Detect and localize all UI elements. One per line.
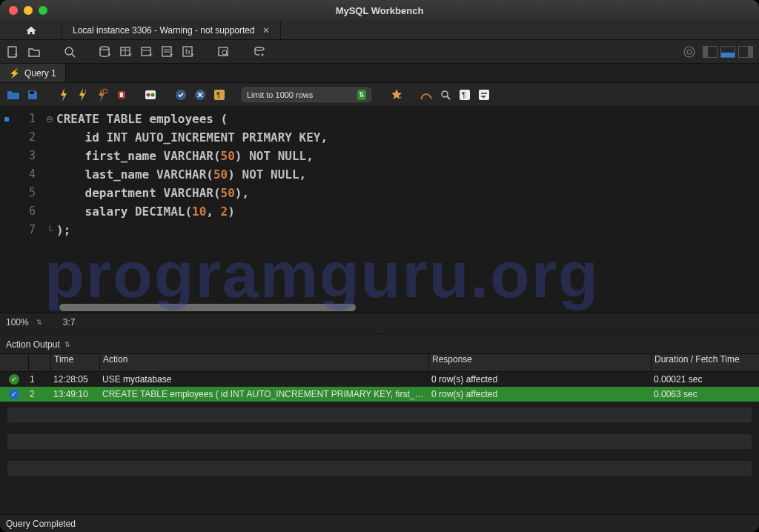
output-selector[interactable]: Action Output ⇅ <box>0 335 759 354</box>
connection-tab-label: Local instance 3306 - Warning - not supp… <box>73 25 255 36</box>
svg-point-24 <box>684 47 695 57</box>
toggle-invisible-icon[interactable]: ¶ <box>457 87 472 102</box>
svg-point-2 <box>65 47 73 55</box>
settings-icon[interactable] <box>682 44 697 59</box>
svg-line-40 <box>447 96 450 99</box>
new-sql-tab-icon[interactable]: + <box>6 44 21 59</box>
svg-rect-43 <box>479 90 489 100</box>
execute-icon[interactable] <box>56 87 71 102</box>
minimize-window-button[interactable] <box>24 6 33 15</box>
splitter[interactable] <box>0 330 759 335</box>
svg-text:+: + <box>190 51 194 59</box>
create-function-icon[interactable]: fx+ <box>181 44 196 59</box>
col-duration[interactable]: Duration / Fetch Time <box>651 354 759 371</box>
fold-column: ⊖└ <box>43 107 56 313</box>
open-sql-file-icon[interactable] <box>27 44 42 59</box>
rollback-icon[interactable] <box>193 87 208 102</box>
output-table-header: Time Action Response Duration / Fetch Ti… <box>0 354 759 372</box>
main-toolbar: + + + + + fx+ <box>0 40 759 64</box>
output-selector-label: Action Output <box>6 339 60 350</box>
reconnect-icon[interactable] <box>252 44 267 59</box>
beautify-icon[interactable] <box>419 87 434 102</box>
output-row[interactable]: ✓112:28:05USE mydatabase0 row(s) affecte… <box>0 372 759 387</box>
svg-text:¶: ¶ <box>462 91 465 99</box>
svg-point-25 <box>687 50 692 54</box>
col-time[interactable]: Time <box>50 354 99 371</box>
query-tab-label: Query 1 <box>24 68 56 79</box>
toggle-autocommit-icon[interactable] <box>144 87 159 102</box>
wrap-icon[interactable] <box>477 87 491 102</box>
connection-tab[interactable]: Local instance 3306 - Warning - not supp… <box>62 21 281 39</box>
zoom-window-button[interactable] <box>39 6 47 15</box>
limit-rows-select[interactable]: Limit to 1000 rows ⇅ <box>242 87 371 102</box>
open-file-icon[interactable] <box>6 87 21 102</box>
status-text: Query Completed <box>6 519 76 529</box>
bolt-icon: ⚡ <box>9 68 20 79</box>
toggle-sidebar-button[interactable] <box>703 46 717 58</box>
success-icon: ✓ <box>9 374 19 385</box>
query-tab[interactable]: ⚡ Query 1 <box>0 64 66 82</box>
svg-text:I: I <box>84 88 86 95</box>
create-view-icon[interactable]: + <box>139 44 154 59</box>
sql-editor[interactable]: 1234567 ⊖└ CREATE TABLE employees ( id I… <box>0 107 759 313</box>
svg-text:+: + <box>399 94 402 102</box>
execute-current-icon[interactable]: I <box>76 87 90 102</box>
editor-toolbar: I ¶ Limit to 1000 rows ⇅ + ¶ <box>0 83 759 107</box>
svg-point-28 <box>103 89 107 93</box>
output-rows: ✓112:28:05USE mydatabase0 row(s) affecte… <box>0 372 759 402</box>
svg-point-4 <box>100 46 109 49</box>
code-area[interactable]: CREATE TABLE employees ( id INT AUTO_INC… <box>56 107 759 313</box>
commit-icon[interactable] <box>173 87 188 102</box>
svg-text:+: + <box>170 51 173 59</box>
close-icon[interactable]: ✕ <box>262 25 270 36</box>
zoom-level[interactable]: 100% <box>6 317 29 327</box>
toggle-output-button[interactable] <box>720 46 735 58</box>
chevron-updown-icon: ⇅ <box>357 90 366 100</box>
close-window-button[interactable] <box>9 6 18 15</box>
empty-row <box>7 461 752 476</box>
create-schema-icon[interactable]: + <box>98 44 113 59</box>
svg-rect-30 <box>120 93 123 97</box>
horizontal-scrollbar[interactable] <box>59 304 356 311</box>
svg-text:¶: ¶ <box>216 91 220 99</box>
svg-point-33 <box>151 93 155 96</box>
line-gutter: 1234567 <box>0 107 43 313</box>
inspector-icon[interactable] <box>62 44 77 59</box>
svg-line-3 <box>72 54 75 57</box>
titlebar: MySQL Workbench <box>0 0 759 21</box>
output-row[interactable]: ✓213:49:10CREATE TABLE employees ( id IN… <box>0 387 759 402</box>
search-table-data-icon[interactable] <box>216 44 231 59</box>
svg-text:+: + <box>14 51 18 59</box>
window-title: MySQL Workbench <box>0 5 759 16</box>
svg-point-23 <box>255 47 264 50</box>
col-response[interactable]: Response <box>428 354 651 371</box>
connection-tabs: Local instance 3306 - Warning - not supp… <box>0 21 759 40</box>
find-icon[interactable] <box>438 87 453 102</box>
home-tab[interactable] <box>0 21 62 39</box>
empty-row <box>7 408 752 422</box>
toggle-secondary-sidebar-button[interactable] <box>738 46 753 58</box>
create-procedure-icon[interactable]: + <box>160 44 175 59</box>
save-file-icon[interactable] <box>25 87 40 102</box>
cursor-position: 3:7 <box>63 317 76 327</box>
explain-icon[interactable] <box>95 87 110 102</box>
query-tab-strip: ⚡ Query 1 <box>0 64 759 83</box>
col-action[interactable]: Action <box>99 354 428 371</box>
chevron-updown-icon: ⇅ <box>64 341 70 348</box>
home-icon <box>25 25 37 36</box>
limit-rows-label: Limit to 1000 rows <box>247 90 313 99</box>
success-icon: ✓ <box>9 389 19 399</box>
app-window: MySQL Workbench Local instance 3306 - Wa… <box>0 0 759 532</box>
svg-text:+: + <box>128 51 132 59</box>
snippets-icon[interactable]: + <box>389 87 404 102</box>
svg-point-32 <box>147 93 150 96</box>
toggle-whitespace-icon[interactable]: ¶ <box>212 87 227 102</box>
svg-point-39 <box>442 91 448 97</box>
chevron-updown-icon[interactable]: ⇅ <box>36 319 42 326</box>
create-table-icon[interactable]: + <box>119 44 133 59</box>
statusbar: Query Completed <box>0 514 759 532</box>
empty-row <box>7 434 752 449</box>
svg-text:+: + <box>149 51 153 59</box>
stop-icon[interactable] <box>114 87 129 102</box>
svg-rect-26 <box>30 91 34 94</box>
